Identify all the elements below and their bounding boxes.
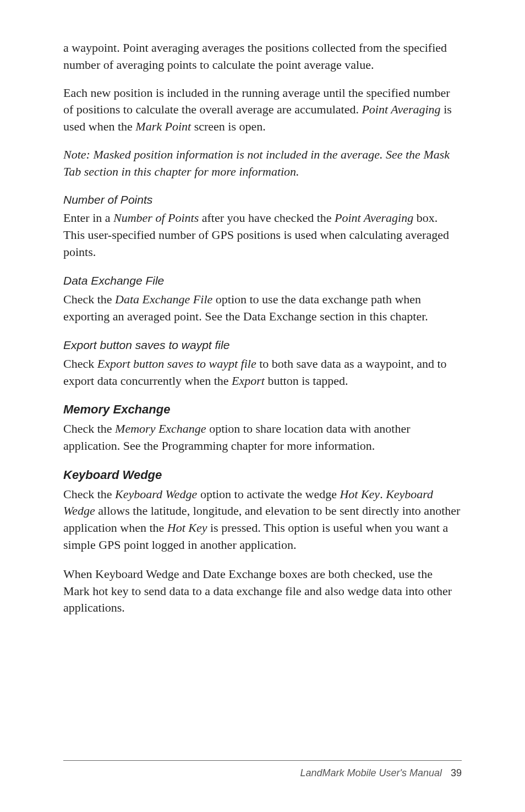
text: option to activate the wedge: [197, 487, 340, 501]
paragraph: Each new position is included in the run…: [63, 85, 462, 135]
heading-keyboard-wedge: Keyboard Wedge: [63, 467, 462, 484]
text: after you have checked the: [199, 211, 335, 225]
text: Check the: [63, 487, 115, 501]
paragraph: Check the Keyboard Wedge option to activ…: [63, 486, 462, 554]
term-italic: Export button saves to waypt file: [97, 357, 256, 370]
term-italic: Data Exchange File: [115, 292, 212, 306]
text: Enter in a: [63, 211, 113, 225]
page-number: 39: [451, 767, 462, 778]
subheading-number-of-points: Number of Points: [63, 192, 462, 208]
term-italic: Keyboard Wedge: [115, 487, 197, 501]
paragraph: When Keyboard Wedge and Date Exchange bo…: [63, 566, 462, 617]
footer-divider: [63, 760, 462, 761]
paragraph: Enter in a Number of Points after you ha…: [63, 210, 462, 260]
footer-text: LandMark Mobile User's Manual39: [63, 767, 462, 779]
note-paragraph: Note: Masked position information is not…: [63, 146, 462, 181]
page-footer: LandMark Mobile User's Manual39: [63, 760, 462, 779]
term-italic: Point Averaging: [362, 102, 440, 116]
document-body: a waypoint. Point averaging averages the…: [63, 40, 462, 617]
term-italic: Mark Point: [135, 119, 191, 133]
heading-memory-exchange: Memory Exchange: [63, 401, 462, 418]
text: button is tapped.: [265, 374, 348, 388]
text: Check: [63, 357, 97, 370]
paragraph: a waypoint. Point averaging averages the…: [63, 40, 462, 74]
paragraph: Check Export button saves to waypt file …: [63, 356, 462, 390]
text: Check the: [63, 292, 115, 306]
term-italic: Point Averaging: [335, 211, 413, 225]
term-italic: Hot Key: [340, 487, 380, 501]
text: screen is open.: [191, 119, 266, 133]
text: .: [380, 487, 386, 501]
term-italic: Number of Points: [113, 211, 199, 225]
paragraph: Check the Memory Exchange option to shar…: [63, 421, 462, 455]
text: Check the: [63, 422, 115, 435]
manual-title: LandMark Mobile User's Manual: [300, 767, 442, 778]
term-italic: Memory Exchange: [115, 422, 206, 435]
term-italic: Export: [232, 374, 265, 388]
term-italic: Hot Key: [167, 521, 207, 535]
subheading-data-exchange-file: Data Exchange File: [63, 273, 462, 288]
subheading-export-button: Export button saves to waypt file: [63, 337, 462, 353]
paragraph: Check the Data Exchange File option to u…: [63, 291, 462, 325]
